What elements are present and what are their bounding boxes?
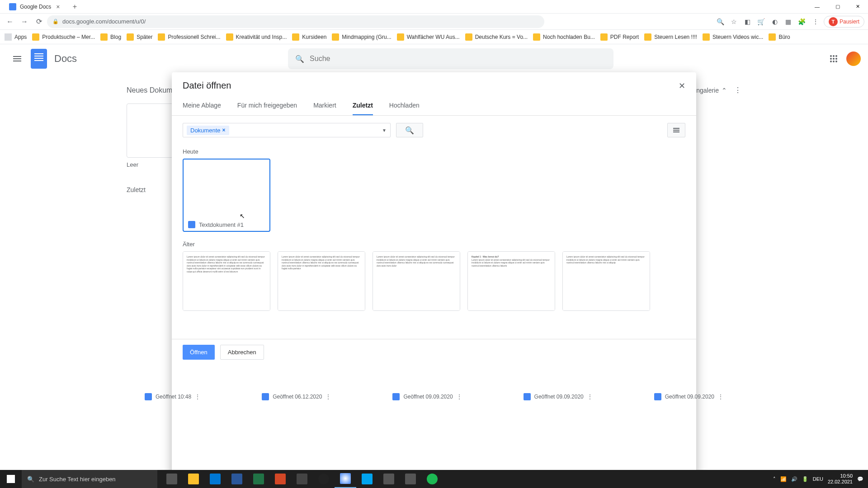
user-avatar[interactable] <box>846 52 861 66</box>
search-input[interactable] <box>310 55 606 63</box>
bookmark-item[interactable]: Deutsche Kurs = Vo... <box>465 33 528 41</box>
obs-button[interactable] <box>313 470 335 488</box>
more-options-button[interactable]: ⋮ <box>734 86 741 94</box>
bookmark-item[interactable]: Kursideen <box>292 33 326 41</box>
file-card[interactable]: Textdokument #1 <box>183 159 270 232</box>
clock[interactable]: 10:50 22.02.2021 <box>828 473 853 485</box>
bookmark-item[interactable]: Professionell Schrei... <box>158 33 220 41</box>
search-button[interactable]: 🔍 <box>396 123 423 137</box>
word-button[interactable] <box>226 470 248 488</box>
file-card[interactable]: Kapitel 1 · Was lernst du?Lorem ipsum do… <box>467 251 555 311</box>
file-card[interactable]: Lorem ipsum dolor sit amet consectetur a… <box>278 251 365 311</box>
bookmark-item[interactable]: Produktsuche – Mer... <box>32 33 95 41</box>
language-indicator[interactable]: DEU <box>813 476 823 482</box>
url-bar[interactable]: 🔒 docs.google.com/document/u/0/ <box>47 15 544 28</box>
chrome-button[interactable] <box>335 470 356 488</box>
bookmark-item[interactable]: Büro <box>769 33 790 41</box>
bookmark-item[interactable]: Später <box>127 33 152 41</box>
puzzle-icon[interactable]: 🧩 <box>797 16 807 27</box>
tab-my-drive[interactable]: Meine Ablage <box>183 96 221 115</box>
chrome-titlebar: Google Docs × + — ▢ ✕ <box>0 0 868 14</box>
bookmark-item[interactable]: Blog <box>100 33 121 41</box>
tab-shared[interactable]: Für mich freigegeben <box>237 96 297 115</box>
bookmark-item[interactable]: Wahlfächer WU Aus... <box>397 33 460 41</box>
open-button[interactable]: Öffnen <box>183 345 215 360</box>
new-tab-button[interactable]: + <box>69 1 80 12</box>
doc-menu-button[interactable]: ⋮ <box>195 394 200 400</box>
file-card[interactable]: Lorem ipsum dolor sit amet consectetur a… <box>562 251 650 311</box>
tab-upload[interactable]: Hochladen <box>389 96 420 115</box>
reload-button[interactable]: ⟳ <box>33 15 45 28</box>
file-card[interactable]: Lorem ipsum dolor sit amet consectetur a… <box>183 251 270 311</box>
extension-icon-2[interactable]: 🛒 <box>756 16 767 27</box>
docs-logo-icon[interactable] <box>31 49 47 69</box>
tab-recent[interactable]: Zuletzt <box>353 96 373 115</box>
spotify-button[interactable] <box>421 470 443 488</box>
start-button[interactable] <box>0 470 22 488</box>
bookmark-item[interactable]: Mindmapping (Gru... <box>332 33 391 41</box>
bookmark-item[interactable]: Noch hochladen Bu... <box>533 33 595 41</box>
star-icon[interactable]: ☆ <box>729 16 740 27</box>
doc-menu-button[interactable]: ⋮ <box>457 394 462 400</box>
zoom-icon[interactable]: 🔍 <box>715 16 726 27</box>
bookmark-item[interactable]: Kreativität und Insp... <box>226 33 287 41</box>
powerpoint-button[interactable] <box>269 470 291 488</box>
tab-starred[interactable]: Markiert <box>313 96 336 115</box>
tray-chevron-icon[interactable]: ˄ <box>773 476 776 482</box>
svg-point-1 <box>833 55 835 57</box>
forward-button[interactable]: → <box>18 15 31 28</box>
dialog-body[interactable]: Heute Textdokument #1 Älter Lorem ipsum … <box>172 145 696 339</box>
file-card[interactable]: Lorem ipsum dolor sit amet consectetur a… <box>373 251 460 311</box>
extension-icon-3[interactable]: ◐ <box>769 16 780 27</box>
app-button[interactable] <box>291 470 313 488</box>
close-window-button[interactable]: ✕ <box>848 0 868 14</box>
doc-menu-button[interactable]: ⋮ <box>587 394 593 400</box>
filter-dropdown[interactable]: Dokumente × ▼ <box>183 123 391 137</box>
notifications-button[interactable]: 💬 <box>857 476 863 482</box>
app-button[interactable] <box>400 470 421 488</box>
extension-icon-1[interactable]: ◧ <box>742 16 753 27</box>
filter-chip[interactable]: Dokumente × <box>187 126 229 135</box>
app-button[interactable] <box>378 470 400 488</box>
bookmark-item[interactable]: Steuern Videos wic... <box>703 33 764 41</box>
apps-grid-button[interactable] <box>825 50 843 68</box>
excel-button[interactable] <box>248 470 269 488</box>
doc-menu-button[interactable]: ⋮ <box>718 394 723 400</box>
folder-icon <box>703 33 710 41</box>
main-menu-button[interactable] <box>7 49 27 69</box>
explorer-button[interactable] <box>183 470 204 488</box>
file-preview: Lorem ipsum dolor sit amet consectetur a… <box>278 252 365 310</box>
bookmark-apps[interactable]: Apps <box>5 33 27 41</box>
bg-docs-row: Geöffnet 10:48⋮ Geöffnet 06.12.2020⋮ Geö… <box>145 393 723 400</box>
menu-icon[interactable]: ⋮ <box>810 16 821 27</box>
back-button[interactable]: ← <box>4 15 16 28</box>
volume-icon[interactable]: 🔊 <box>791 476 797 482</box>
close-dialog-button[interactable]: ✕ <box>679 81 685 91</box>
search-box[interactable]: 🔍 <box>288 48 613 69</box>
browser-tab[interactable]: Google Docs × <box>5 0 66 13</box>
search-icon: 🔍 <box>27 476 34 483</box>
battery-icon[interactable]: 🔋 <box>802 476 808 482</box>
file-preview: Lorem ipsum dolor sit amet consectetur a… <box>563 252 650 310</box>
remove-chip-icon[interactable]: × <box>222 127 225 133</box>
file-preview: Kapitel 1 · Was lernst du?Lorem ipsum do… <box>468 252 555 310</box>
search-icon: 🔍 <box>295 55 304 63</box>
edge-button[interactable] <box>204 470 226 488</box>
folder-icon <box>644 33 651 41</box>
taskview-button[interactable] <box>161 470 183 488</box>
app-button[interactable] <box>356 470 378 488</box>
bookmark-item[interactable]: Steuern Lesen !!!! <box>644 33 697 41</box>
wifi-icon[interactable]: 📶 <box>780 476 787 482</box>
profile-badge[interactable]: T Pausiert <box>824 16 864 28</box>
chevron-up-icon: ⌃ <box>722 87 727 94</box>
taskbar: 🔍 Zur Suche Text hier eingeben ˄ 📶 🔊 🔋 D… <box>0 470 868 488</box>
doc-menu-button[interactable]: ⋮ <box>326 394 331 400</box>
minimize-button[interactable]: — <box>807 0 827 14</box>
close-tab-icon[interactable]: × <box>55 4 61 10</box>
cancel-button[interactable]: Abbrechen <box>220 345 264 360</box>
list-view-button[interactable] <box>667 123 685 137</box>
maximize-button[interactable]: ▢ <box>827 0 848 14</box>
extension-icon-4[interactable]: ▦ <box>783 16 794 27</box>
taskbar-search[interactable]: 🔍 Zur Suche Text hier eingeben <box>22 470 157 488</box>
bookmark-item[interactable]: PDF Report <box>600 33 639 41</box>
